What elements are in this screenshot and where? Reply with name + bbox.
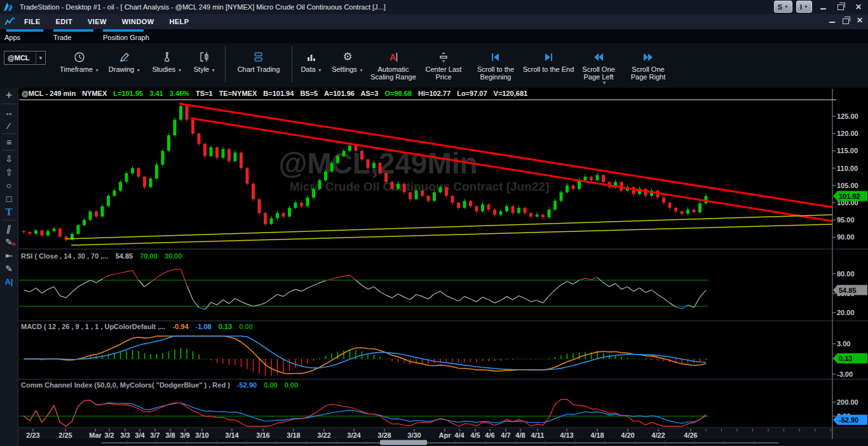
text-tool[interactable]: T [1, 205, 17, 219]
chart-background [18, 88, 868, 446]
settings-button[interactable]: ⚙ Settings ▼ [327, 43, 369, 74]
rsi-label: RSI ( Close , 14 , 30 , 70 ,... [21, 252, 109, 260]
cci-header: Comm Channel Index (50,0,0, MyColors( "D… [21, 381, 303, 389]
svg-text:4/20: 4/20 [621, 431, 634, 439]
crosshair-tool[interactable]: + [1, 89, 17, 102]
snap-left-tool[interactable]: ⇤ [1, 248, 17, 262]
toolbar-separator [225, 46, 226, 83]
child-restore-button[interactable] [841, 16, 850, 25]
toolbar-separator [292, 46, 292, 83]
arrow-up-tool[interactable]: ⇧ [1, 165, 17, 179]
svg-text:3/9: 3/9 [180, 431, 189, 439]
data-button[interactable]: Data ▼ [296, 43, 327, 74]
svg-text:3/10: 3/10 [195, 431, 208, 439]
skip-to-start-icon [490, 50, 501, 64]
arrow-down-tool[interactable]: ⇩ [1, 152, 17, 165]
svg-text:3/3: 3/3 [120, 431, 130, 439]
close-button[interactable]: ✕ [851, 1, 865, 13]
macd-value: -0.94 [172, 323, 188, 330]
tradestation-app: @MCL,249MinMicro Crude Oil Continuous Co… [0, 0, 868, 446]
tab-trade[interactable]: Trade [53, 29, 93, 43]
style-button[interactable]: Style ▼ [188, 43, 221, 74]
minimize-button[interactable] [816, 1, 830, 13]
indicator-button[interactable]: I▼ [796, 1, 812, 13]
drawing-button[interactable]: Drawing ▼ [103, 43, 146, 74]
pencil-icon [119, 50, 130, 64]
svg-text:110.00: 110.00 [837, 165, 858, 172]
status-last: L=101.95 [113, 90, 143, 97]
svg-text:3/24: 3/24 [347, 431, 361, 439]
app-logo-icon [4, 17, 17, 27]
status-ask: A=101.96 [324, 90, 355, 97]
scroll-page-right-button[interactable]: Scroll One Page Right [623, 43, 674, 81]
parallel-lines-tool[interactable]: ∥ [0, 222, 18, 235]
double-left-arrow-icon [593, 50, 604, 64]
chart-trading-icon [252, 50, 265, 64]
drawing-tool-strip: + ↔ ∕ ≡ ⇩ ⇧ ○ □ T ∥ ✎✕ ⇤ ✎ A| [0, 88, 18, 446]
svg-text:2/23: 2/23 [26, 431, 39, 439]
scroll-to-beginning-button[interactable]: Scroll to the Beginning [469, 43, 522, 81]
child-minimize-button[interactable] [827, 16, 836, 25]
status-low: Lo=97.07 [457, 90, 487, 97]
horizontal-lines-tool[interactable]: ≡ [1, 135, 17, 149]
svg-text:3/16: 3/16 [256, 431, 269, 439]
svg-text:4/11: 4/11 [531, 431, 545, 439]
clock-icon [74, 50, 85, 64]
status-exchange: NYMEX [82, 90, 107, 97]
pen-tool[interactable]: ✎ [1, 262, 17, 275]
child-close-button[interactable]: ✕ [855, 16, 864, 25]
trendline-tool[interactable]: ∕ [1, 119, 17, 132]
macd-signal-value: -1.08 [196, 323, 212, 330]
window-title: TradeStation - Desktop #1 - oil - [ Char… [20, 3, 386, 11]
scroll-page-left-button[interactable]: Scroll One Page Left [574, 43, 623, 81]
svg-text:Mar: Mar [89, 431, 102, 439]
status-ask-size: AS=3 [361, 90, 379, 97]
tradestation-logo-icon [3, 2, 15, 12]
svg-text:3/4: 3/4 [135, 431, 145, 439]
scroll-to-end-button[interactable]: Scroll to the End [522, 43, 574, 73]
toolbar-overflow-caret[interactable]: ▼ [602, 80, 607, 86]
menu-help[interactable]: HELP [161, 18, 196, 25]
macd-hist-value: 0.13 [219, 323, 232, 330]
svg-text:200.00: 200.00 [837, 398, 858, 406]
svg-text:4/6: 4/6 [485, 431, 494, 439]
automatic-scaling-range-button[interactable]: A Automatic Scaling Range [369, 43, 418, 81]
svg-text:3/14: 3/14 [225, 431, 239, 439]
svg-text:120.00: 120.00 [837, 130, 858, 137]
timeframe-button[interactable]: Timeframe ▼ [56, 43, 103, 74]
svg-text:4/7: 4/7 [501, 431, 510, 439]
macd-header: MACD ( 12 , 26 , 9 , 1 , 1 , UpColorDefa… [21, 323, 258, 330]
menu-view[interactable]: VIEW [80, 18, 114, 25]
svg-text:90.00: 90.00 [837, 233, 855, 241]
svg-text:3.00: 3.00 [837, 340, 850, 348]
symbol-combo[interactable]: @MCL ▼ [4, 51, 46, 65]
rectangle-tool[interactable]: □ [1, 192, 17, 205]
ribbon-toolbar: @MCL ▼ Timeframe ▼ Drawing ▼ Studies ▼ [0, 43, 868, 88]
chart-trading-button[interactable]: Chart Trading [229, 43, 288, 73]
expand-horizontal-tool[interactable]: ↔ [1, 105, 17, 119]
cci-label: Comm Channel Index (50,0,0, MyColors( "D… [21, 381, 230, 389]
restore-button[interactable] [834, 1, 848, 13]
double-right-arrow-icon [642, 50, 654, 64]
center-last-price-button[interactable]: Center Last Price [418, 43, 469, 81]
tab-apps[interactable]: Apps [6, 29, 43, 43]
strategy-network-button[interactable]: S▼ [774, 1, 792, 13]
ellipse-tool[interactable]: ○ [1, 179, 17, 192]
menu-file[interactable]: FILE [17, 18, 48, 25]
tab-position-graph[interactable]: Position Graph [103, 29, 144, 43]
studies-button[interactable]: Studies ▼ [146, 43, 188, 74]
status-bid-size: BS=5 [300, 90, 318, 97]
svg-text:115.00: 115.00 [837, 147, 858, 154]
svg-text:@MCL,249Min: @MCL,249Min [278, 147, 477, 180]
svg-text:105.00: 105.00 [837, 182, 858, 189]
svg-text:3/7: 3/7 [150, 431, 159, 439]
menu-edit[interactable]: EDIT [48, 18, 80, 25]
auto-scaling-icon: A [388, 50, 399, 64]
auto-label-tool[interactable]: A| [1, 275, 17, 288]
erase-drawing-tool[interactable]: ✎✕ [1, 235, 17, 248]
svg-text:-52.90: -52.90 [839, 416, 858, 424]
menu-window[interactable]: WINDOW [114, 18, 162, 25]
status-change-pct: 3.46% [170, 90, 189, 97]
scrollbar-thumb[interactable] [380, 440, 427, 445]
status-high: Hi=102.77 [418, 90, 451, 97]
